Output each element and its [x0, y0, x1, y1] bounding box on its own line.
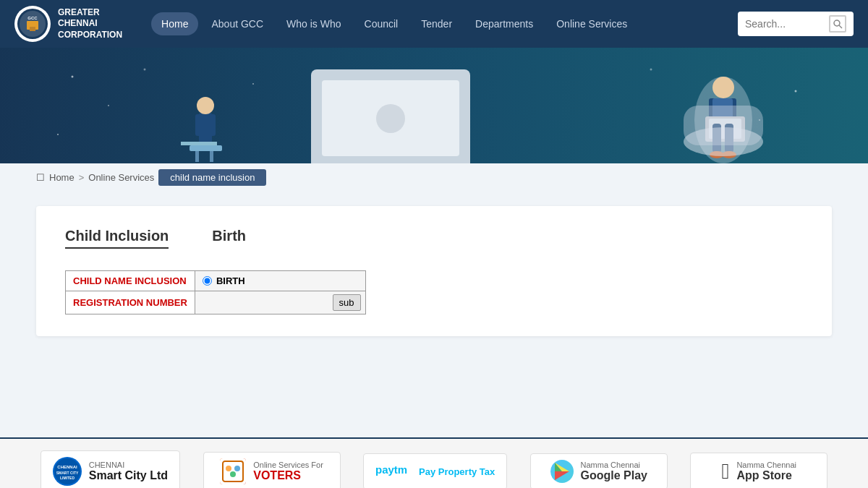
footer-google-play[interactable]: Namma Chennai Google Play [530, 453, 668, 488]
svg-point-18 [197, 97, 214, 114]
footer-smart-city[interactable]: CHENNAI SMART CITY LIMITED CHENNAI Smart… [41, 450, 180, 488]
navbar: GCC GREATER CHENNAI CORPORATION Home Abo… [0, 0, 868, 48]
svg-point-47 [226, 466, 231, 471]
paytm-text: Pay Property Tax [419, 466, 495, 477]
svg-line-6 [839, 25, 842, 28]
nav-links: Home About GCC Who is Who Council Tender… [151, 12, 738, 35]
radio-cell: BIRTH [203, 275, 358, 286]
logo-text: GREATER CHENNAI CORPORATION [58, 7, 122, 41]
footer: CHENNAI SMART CITY LIMITED CHENNAI Smart… [0, 437, 868, 488]
apple-icon:  [721, 459, 729, 484]
nav-about[interactable]: About GCC [201, 12, 273, 35]
breadcrumb-home-icon: ☐ [36, 172, 45, 183]
form-card: Child Inclusion Birth CHILD NAME INCLUSI… [36, 206, 832, 336]
footer-paytm[interactable]: paytm Pay Property Tax [363, 453, 507, 488]
nav-home[interactable]: Home [151, 12, 198, 35]
registration-number-input[interactable] [200, 296, 330, 309]
svg-text:paytm: paytm [375, 463, 407, 476]
radio-birth[interactable] [203, 276, 212, 286]
hero-banner [0, 48, 868, 163]
svg-rect-23 [181, 142, 217, 145]
main-content: Child Inclusion Birth CHILD NAME INCLUSI… [0, 192, 868, 437]
logo-emblem: GCC [14, 6, 51, 42]
svg-rect-22 [190, 145, 222, 151]
svg-point-14 [795, 90, 797, 93]
svg-point-26 [376, 104, 405, 133]
svg-point-5 [834, 20, 840, 26]
paytm-icon: paytm [375, 460, 412, 483]
svg-text:SMART CITY: SMART CITY [56, 471, 78, 475]
nav-tender[interactable]: Tender [411, 12, 462, 35]
breadcrumb-online-link[interactable]: Online Services [88, 172, 154, 183]
svg-text:GCC: GCC [27, 16, 38, 20]
google-play-text: Namma Chennai Google Play [581, 461, 647, 482]
svg-marker-53 [555, 471, 569, 480]
nav-online-services[interactable]: Online Services [546, 12, 637, 35]
svg-text:CHENNAI: CHENNAI [57, 465, 77, 469]
footer-voters[interactable]: Online Services For VOTERS [203, 452, 341, 488]
svg-point-16 [650, 69, 652, 71]
google-play-icon [550, 460, 574, 483]
label-reg-number: REGISTRATION NUMBER [66, 291, 195, 314]
radio-birth-label: BIRTH [216, 275, 245, 286]
voters-text: Online Services For VOTERS [253, 461, 323, 482]
smart-city-icon: CHENNAI SMART CITY LIMITED [53, 457, 82, 486]
nav-council[interactable]: Council [354, 12, 409, 35]
search-icon[interactable] [829, 15, 846, 33]
svg-point-9 [72, 76, 74, 78]
search-box [738, 12, 854, 36]
breadcrumb-current: child name inclusion [158, 169, 266, 186]
voter-icon [220, 458, 246, 484]
smart-city-text: CHENNAI Smart City Ltd [89, 461, 168, 482]
footer-app-store[interactable]:  Namma Chennai App Store [690, 453, 827, 488]
form-table: CHILD NAME INCLUSION BIRTH REGISTRATION … [65, 270, 366, 314]
logo-area: GCC GREATER CHENNAI CORPORATION [14, 6, 122, 42]
svg-point-48 [234, 466, 240, 471]
card-tabs: Child Inclusion Birth [65, 228, 803, 249]
table-row: REGISTRATION NUMBER sub [66, 291, 366, 314]
svg-rect-4 [30, 27, 35, 31]
submit-button[interactable]: sub [333, 294, 361, 311]
svg-text:LIMITED: LIMITED [60, 476, 75, 480]
tab-birth[interactable]: Birth [212, 228, 246, 249]
search-input[interactable] [745, 18, 825, 30]
svg-rect-19 [195, 114, 216, 136]
svg-point-30 [712, 77, 734, 98]
svg-point-12 [57, 134, 59, 135]
nav-departments[interactable]: Departments [465, 12, 543, 35]
svg-rect-40 [684, 106, 763, 145]
breadcrumb: ☐ Home > Online Services child name incl… [0, 163, 868, 192]
svg-point-10 [108, 105, 109, 106]
breadcrumb-sep1: > [79, 172, 85, 183]
app-store-text: Namma Chennai App Store [736, 461, 796, 482]
label-child-name: CHILD NAME INCLUSION [66, 271, 195, 291]
table-row: CHILD NAME INCLUSION BIRTH [66, 271, 366, 291]
breadcrumb-home-link[interactable]: Home [49, 172, 75, 183]
nav-who[interactable]: Who is Who [276, 12, 351, 35]
svg-point-11 [144, 69, 146, 71]
tab-child-inclusion[interactable]: Child Inclusion [65, 228, 169, 249]
svg-point-49 [230, 471, 236, 477]
svg-point-13 [252, 83, 254, 85]
